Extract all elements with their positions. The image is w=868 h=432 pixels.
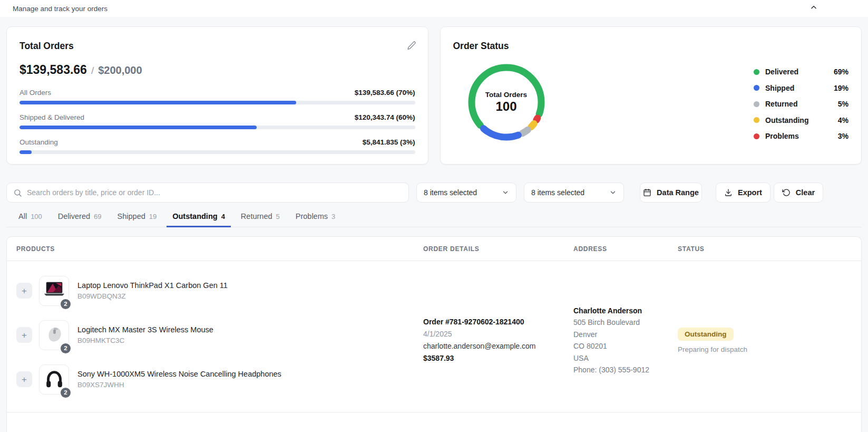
expand-product-button[interactable]: + [16,283,32,299]
expand-product-button[interactable]: + [16,327,32,343]
tab-count: 5 [276,213,280,220]
status-badge: Outstanding [678,328,734,341]
quantity-badge: 2 [60,387,72,399]
status-tabs: All 100 Delivered 69 Shipped 19 Outstand… [6,211,862,227]
products-cell: + 2 Laptop Lenovo ThinkPad X1 Carbon Gen… [7,268,423,401]
legend-value: 3% [838,132,849,140]
status-cell: Outstanding Preparing for dispatch [678,328,861,353]
amount-separator: / [91,65,94,76]
pencil-icon [407,41,416,50]
product-item-laptop: + 2 Laptop Lenovo ThinkPad X1 Carbon Gen… [7,268,423,313]
address-cell: Charlotte Anderson 505 Birch Boulevard D… [573,305,678,376]
product-thumbnail: 2 [39,364,69,395]
tab-shipped[interactable]: Shipped 19 [112,211,163,227]
product-item-headphones: + 2 Sony WH-1000XM5 Wireless Noise Cance… [7,357,423,401]
legend-dot-blue [754,85,759,91]
items-filter-dropdown-2[interactable]: 8 items selected [524,183,624,203]
order-status-legend: Delivered 69% Shipped 19% Returned 5% Ou… [754,64,849,145]
address-city: Denver [573,329,678,341]
page-header: Manage and track your orders [0,0,868,17]
tab-problems[interactable]: Problems 3 [290,211,341,227]
dropdown-selected-value: 8 items selected [531,188,584,197]
table-row: + 2 Laptop Lenovo ThinkPad X1 Carbon Gen… [7,261,861,412]
orders-table: PRODUCTS ORDER DETAILS ADDRESS STATUS + … [6,236,862,432]
progress-label: All Orders [19,89,51,97]
expand-product-button[interactable]: + [16,371,32,387]
order-status-title: Order Status [453,41,849,52]
progress-track [19,126,415,129]
progress-value: $120,343.74 (60%) [355,113,415,121]
address-country: USA [573,352,678,364]
product-sku: B09WDBQN3Z [77,292,228,300]
tab-label: Returned [241,212,272,220]
order-number: Order #781-9270602-1821400 [423,316,573,328]
tab-label: All [18,212,27,220]
order-status-donut: Total Orders 100 [464,60,549,145]
edit-target-button[interactable] [407,41,416,50]
legend-label: Returned [765,100,838,108]
progress-track [19,101,415,104]
column-header-order-details: ORDER DETAILS [423,245,573,253]
download-icon [724,188,733,197]
page-subtitle: Manage and track your orders [13,5,108,13]
legend-row-delivered: Delivered 69% [754,64,849,80]
progress-fill [19,150,32,154]
order-email: charlotte.anderson@example.com [423,340,573,352]
legend-value: 69% [834,68,849,76]
collapse-panel-button[interactable] [810,4,817,11]
search-icon [13,188,22,197]
donut-center: Total Orders 100 [464,60,549,145]
legend-label: Delivered [765,68,834,76]
orders-target-amount: $200,000 [98,64,142,76]
product-title: Logitech MX Master 3S Wireless Mouse [77,325,213,334]
legend-value: 5% [838,100,849,108]
quantity-badge: 2 [60,298,72,310]
chevron-down-icon [609,189,617,196]
progress-row-outstanding: Outstanding $5,841.835 (3%) [19,138,415,154]
status-note: Preparing for dispatch [678,345,861,353]
order-status-card: Order Status Total Orders 100 Delivered … [440,26,862,165]
quantity-badge: 2 [60,342,72,354]
progress-fill [19,126,257,129]
column-header-products: PRODUCTS [7,245,423,253]
legend-row-problems: Problems 3% [754,128,849,145]
tab-all[interactable]: All 100 [13,211,48,227]
tab-count: 100 [31,213,42,220]
column-header-address: ADDRESS [573,245,678,253]
order-details-cell: Order #781-9270602-1821400 4/1/2025 char… [423,316,573,364]
progress-fill [19,101,296,104]
export-button[interactable]: Export [716,183,771,203]
address-phone: Phone: (303) 555-9012 [573,364,678,376]
progress-track [19,150,415,154]
legend-dot-green [754,69,759,75]
date-range-button[interactable]: Data Range [640,183,702,203]
chevron-up-icon [810,4,817,11]
tab-outstanding[interactable]: Outstanding 4 [167,211,231,227]
chevron-down-icon [502,189,509,196]
date-range-label: Data Range [657,188,699,197]
address-line1: 505 Birch Boulevard [573,316,678,329]
clear-label: Clear [796,188,815,197]
product-thumbnail: 2 [39,276,69,306]
plus-icon: + [22,331,27,340]
progress-value: $139,583.66 (70%) [355,89,415,97]
rotate-ccw-icon [782,188,791,197]
tab-count: 3 [331,213,335,220]
tab-count: 69 [94,213,101,220]
items-filter-dropdown-1[interactable]: 8 items selected [416,183,516,203]
legend-value: 4% [838,116,849,124]
column-header-status: STATUS [678,245,861,253]
tab-label: Problems [296,212,328,220]
legend-label: Shipped [765,84,834,92]
tab-delivered[interactable]: Delivered 69 [52,211,108,227]
tab-returned[interactable]: Returned 5 [235,211,286,227]
product-title: Sony WH-1000XM5 Wireless Noise Cancellin… [77,370,281,378]
search-input[interactable] [27,188,402,197]
legend-row-shipped: Shipped 19% [754,80,849,97]
calendar-icon [643,188,651,197]
tab-label: Outstanding [172,212,217,220]
table-header-row: PRODUCTS ORDER DETAILS ADDRESS STATUS [7,237,861,261]
product-thumbnail: 2 [39,320,69,350]
donut-center-label: Total Orders [485,91,527,99]
clear-filters-button[interactable]: Clear [774,183,823,203]
